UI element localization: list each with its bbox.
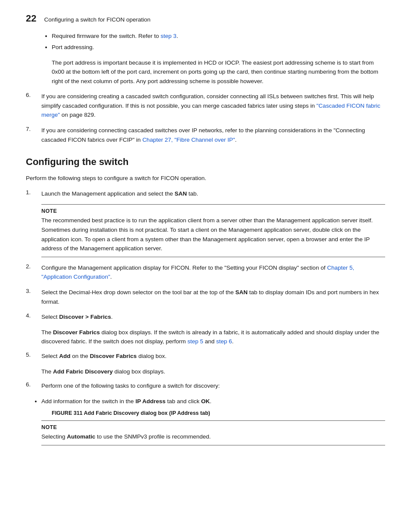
numbered-item-7: 7. If you are considering connecting cas… [26, 126, 385, 144]
note-box-2: NOTE Selecting Automatic to use the SNMP… [41, 420, 385, 445]
item-num-7: 7. [26, 126, 41, 144]
item-num-6: 6. [26, 92, 41, 120]
page-title: Configuring a switch for FICON operation [44, 16, 150, 23]
step-5: 5. Select Add on the Discover Fabrics di… [26, 352, 385, 361]
step-6: 6. Perform one of the following tasks to… [26, 381, 385, 391]
ch27-link[interactable]: Chapter 27, "Fibre Channel over IP" [142, 137, 235, 143]
step5-subpara: The Add Fabric Discovery dialog box disp… [41, 367, 385, 376]
step-num-2: 2. [26, 263, 41, 282]
step6-sub-bullets: Add information for the switch in the IP… [41, 397, 385, 406]
step-1: 1. Launch the Management application and… [26, 189, 385, 199]
page-header: 22 Configuring a switch for FICON operat… [26, 13, 385, 24]
add-fabric-bold: Add Fabric Discovery [53, 368, 113, 375]
note-content-1: The recommended best practice is to run … [41, 216, 385, 253]
numbered-item-6: 6. If you are considering creating a cas… [26, 92, 385, 120]
step5-link[interactable]: step 5 [187, 338, 203, 345]
step-num-3: 3. [26, 288, 41, 306]
step3-link[interactable]: step 3 [161, 33, 177, 39]
step-num-4: 4. [26, 312, 41, 322]
section-intro: Perform the following steps to configure… [26, 174, 385, 183]
item-content-7: If you are considering connecting cascad… [41, 126, 385, 144]
figure-label-text: FIGURE 311 Add Fabric Discovery dialog b… [52, 410, 385, 416]
step-content-3: Select the Decimal-Hex drop down selecto… [41, 288, 385, 306]
step6-link[interactable]: step 6 [216, 338, 232, 345]
step-content-1: Launch the Management application and se… [41, 189, 385, 199]
figure-label: FIGURE 311 Add Fabric Discovery dialog b… [52, 410, 385, 416]
port-address-para: The port address is important because it… [52, 58, 385, 86]
note-content-2: Selecting Automatic to use the SNMPv3 pr… [41, 432, 385, 442]
list-item: Add information for the switch in the IP… [41, 397, 385, 406]
step-content-5: Select Add on the Discover Fabrics dialo… [41, 352, 385, 361]
step-content-6: Perform one of the following tasks to co… [41, 381, 385, 391]
page: 22 Configuring a switch for FICON operat… [0, 0, 411, 532]
automatic-bold: Automatic [67, 433, 95, 440]
step-3: 3. Select the Decimal-Hex drop down sele… [26, 288, 385, 306]
ok-bold: OK [201, 398, 210, 404]
step-content-4: Select Discover > Fabrics. [41, 312, 385, 322]
item-content-6: If you are considering creating a cascad… [41, 92, 385, 120]
top-bullet-list: Required firmware for the switch. Refer … [52, 32, 385, 52]
step-num-6: 6. [26, 381, 41, 391]
san-bold-2: SAN [235, 289, 248, 296]
discover-fabrics-bold-2: Discover Fabrics [53, 329, 100, 336]
discover-fabrics-bold: Discover > Fabrics [59, 314, 111, 320]
step-2: 2. Configure the Management application … [26, 263, 385, 282]
page-number: 22 [26, 13, 36, 24]
step-content-2: Configure the Management application dis… [41, 263, 385, 282]
note-box-1: NOTE The recommended best practice is to… [41, 204, 385, 257]
section-heading: Configuring the switch [26, 156, 385, 168]
ip-address-bold: IP Address [135, 398, 165, 404]
step-num-1: 1. [26, 189, 41, 199]
bullet-text-firmware: Required firmware for the switch. Refer … [52, 33, 161, 39]
note-label-2: NOTE [41, 424, 385, 430]
note-label-1: NOTE [41, 208, 385, 214]
bullet-text-port: Port addressing. [52, 44, 94, 50]
step-num-5: 5. [26, 352, 41, 361]
step4-subpara: The Discover Fabrics dialog box displays… [41, 328, 385, 346]
discover-fabrics-bold-3: Discover Fabrics [90, 353, 137, 359]
list-item: Required firmware for the switch. Refer … [52, 32, 385, 40]
add-bold: Add [59, 353, 70, 359]
san-bold: SAN [174, 190, 187, 197]
list-item: Port addressing. [52, 43, 385, 52]
step-4: 4. Select Discover > Fabrics. [26, 312, 385, 322]
